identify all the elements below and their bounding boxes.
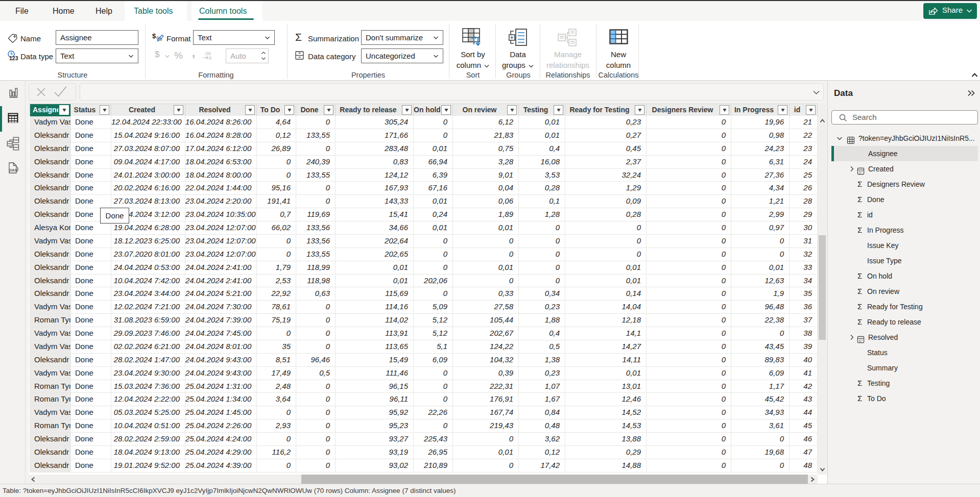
svg-text:123: 123: [9, 55, 18, 61]
svg-text:DAX: DAX: [9, 168, 17, 172]
svg-text:$: $: [152, 32, 156, 40]
svg-text:0: 0: [209, 55, 211, 61]
